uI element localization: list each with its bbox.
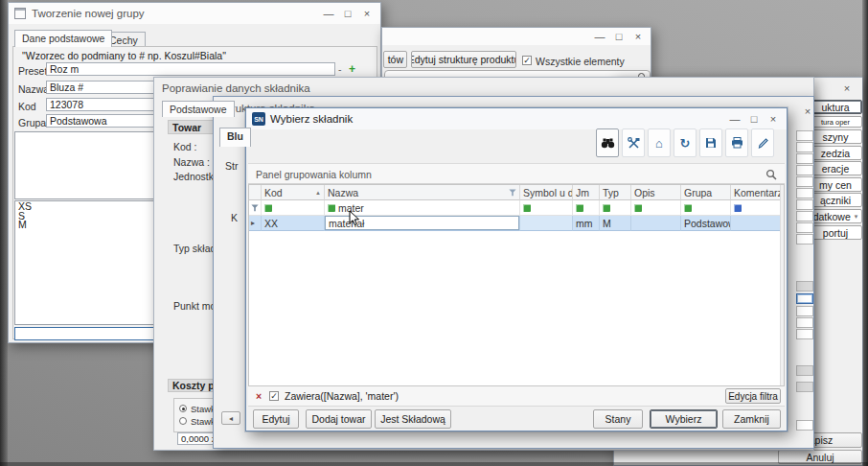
- nav-zaczniki-button[interactable]: ączniki: [809, 193, 862, 207]
- filter-cell-kod[interactable]: [262, 200, 325, 216]
- side-mini-button[interactable]: [796, 420, 813, 431]
- minimize-icon[interactable]: —: [725, 111, 744, 127]
- nav-narzedzia-button[interactable]: zedzia: [809, 146, 862, 160]
- side-mini-button[interactable]: [796, 281, 813, 291]
- kod-input[interactable]: 123078: [46, 98, 158, 111]
- side-mini-button-selected[interactable]: [796, 293, 813, 304]
- side-mini-button[interactable]: [796, 199, 813, 210]
- close-icon[interactable]: ×: [628, 29, 648, 44]
- row-cell-komentarz[interactable]: [731, 216, 782, 231]
- list-item[interactable]: M: [18, 221, 156, 230]
- maximize-icon[interactable]: □: [744, 111, 764, 127]
- column-header-jm[interactable]: Jm: [573, 185, 600, 200]
- maximize-icon[interactable]: □: [338, 6, 357, 21]
- row-cell-typ[interactable]: M: [600, 216, 631, 231]
- collapse-back-icon[interactable]: ◂: [221, 411, 240, 425]
- remove-filter-icon[interactable]: ×: [256, 390, 262, 402]
- side-mini-button[interactable]: [796, 176, 813, 187]
- side-mini-button[interactable]: [796, 142, 813, 152]
- titlebar[interactable]: SN Wybierz składnik — □ ×: [246, 108, 787, 129]
- side-mini-button[interactable]: [796, 188, 813, 198]
- filter-cell-opis[interactable]: [631, 200, 681, 216]
- tab-dane-podstawowe[interactable]: Dane podstawowe: [14, 30, 112, 47]
- column-header-opis[interactable]: Opis: [631, 185, 681, 200]
- close-icon[interactable]: ×: [357, 6, 377, 21]
- add-preset-icon[interactable]: +: [349, 62, 355, 76]
- empty-list-box[interactable]: [14, 131, 160, 199]
- minimize-icon[interactable]: —: [319, 6, 338, 21]
- side-mini-button[interactable]: [796, 365, 813, 376]
- tools-button[interactable]: [622, 128, 645, 157]
- dodaj-towar-button[interactable]: Dodaj towar: [306, 409, 372, 429]
- minimize-icon[interactable]: —: [590, 29, 609, 44]
- edit-button[interactable]: [751, 128, 774, 157]
- row-cell-kod[interactable]: XX: [262, 216, 325, 231]
- filter-active-checkbox[interactable]: ✓: [269, 391, 279, 401]
- titlebar[interactable]: — □ ×: [382, 28, 651, 45]
- column-header-nazwa[interactable]: Nazwa: [325, 185, 520, 200]
- nav-operacje-button[interactable]: eracje: [809, 161, 862, 175]
- close-icon[interactable]: ×: [764, 111, 783, 127]
- filter-cell-grupa[interactable]: [681, 200, 731, 216]
- filter-cell-komentarz[interactable]: [731, 200, 782, 216]
- edytuj-button[interactable]: Edytuj: [253, 409, 299, 429]
- partial-button[interactable]: tów: [383, 51, 407, 68]
- nav-raportuj-button[interactable]: portuj: [809, 225, 862, 240]
- preset-dropdown-icon[interactable]: -: [338, 63, 342, 75]
- close-icon[interactable]: ×: [837, 81, 857, 96]
- row-cell-opis[interactable]: [631, 216, 681, 231]
- list-item[interactable]: XS: [18, 202, 156, 212]
- nav-formy-cen-button[interactable]: my cen: [809, 177, 862, 192]
- refresh-button[interactable]: ↻: [674, 128, 697, 157]
- jest-skladowa-button[interactable]: Jest Składową: [375, 409, 451, 429]
- column-header-typ[interactable]: Typ: [600, 185, 631, 200]
- row-cell-symbol[interactable]: [520, 216, 573, 231]
- tab-bluza-partial[interactable]: Blu: [219, 128, 251, 147]
- row-expand-icon[interactable]: ▸: [249, 216, 262, 231]
- save-button[interactable]: [699, 128, 722, 157]
- side-mini-button[interactable]: [796, 306, 813, 316]
- side-mini-button[interactable]: [796, 234, 813, 245]
- list-item[interactable]: S: [18, 212, 156, 221]
- new-size-input[interactable]: [14, 327, 156, 340]
- edytuj-strukture-button[interactable]: Edytuj strukturę produktu: [411, 51, 516, 68]
- side-mini-button[interactable]: [796, 222, 813, 233]
- close-icon[interactable]: ×: [798, 104, 817, 119]
- column-header-symbol[interactable]: Symbol u d...: [520, 185, 573, 200]
- side-mini-button[interactable]: [796, 382, 813, 392]
- edycja-filtra-button[interactable]: Edycja filtra: [725, 388, 781, 404]
- titlebar[interactable]: Tworzenie nowej grupy — □ ×: [9, 3, 380, 24]
- filter-funnel-icon[interactable]: [509, 189, 516, 197]
- group-panel[interactable]: Panel grupowania kolumn: [248, 163, 785, 184]
- column-header-kod[interactable]: Kod ▲: [262, 185, 325, 200]
- nazwa-input[interactable]: Bluza #: [46, 81, 158, 94]
- side-mini-button[interactable]: [796, 165, 813, 175]
- filter-cell-symbol[interactable]: [520, 200, 573, 216]
- filter-cell-jm[interactable]: [573, 200, 600, 216]
- search-binoculars-button[interactable]: [596, 128, 619, 157]
- row-cell-jm[interactable]: mm: [573, 216, 600, 231]
- print-button[interactable]: [725, 128, 748, 157]
- row-cell-grupa[interactable]: Podstawowa: [681, 216, 731, 231]
- side-mini-button[interactable]: [796, 211, 813, 221]
- side-mini-button[interactable]: [796, 317, 813, 328]
- amount-input[interactable]: 0,0000 z: [177, 432, 216, 445]
- wszystkie-elementy-checkbox[interactable]: ✓: [522, 56, 532, 65]
- side-mini-button[interactable]: [796, 329, 813, 339]
- wybierz-button[interactable]: Wybierz: [650, 409, 718, 429]
- vertical-scrollbar[interactable]: [780, 185, 784, 385]
- preset-input[interactable]: Roz m: [46, 62, 335, 76]
- stawka-radio-2[interactable]: [179, 417, 187, 425]
- zamknij-button[interactable]: Zamknij: [722, 409, 781, 429]
- column-header-komentarz[interactable]: Komentarz: [731, 185, 782, 200]
- search-icon[interactable]: [765, 169, 777, 180]
- stany-button[interactable]: Stany: [593, 409, 643, 429]
- side-mini-button[interactable]: [796, 153, 813, 164]
- nav-maszyny-button[interactable]: szyny: [809, 129, 862, 144]
- tab-podstawowe[interactable]: Podstawowe: [162, 101, 235, 117]
- maximize-icon[interactable]: □: [609, 29, 628, 44]
- column-header-grupa[interactable]: Grupa: [681, 185, 731, 200]
- home-button[interactable]: ⌂: [648, 128, 671, 157]
- filter-cell-typ[interactable]: [600, 200, 631, 216]
- stawka-radio-selected[interactable]: [179, 405, 187, 412]
